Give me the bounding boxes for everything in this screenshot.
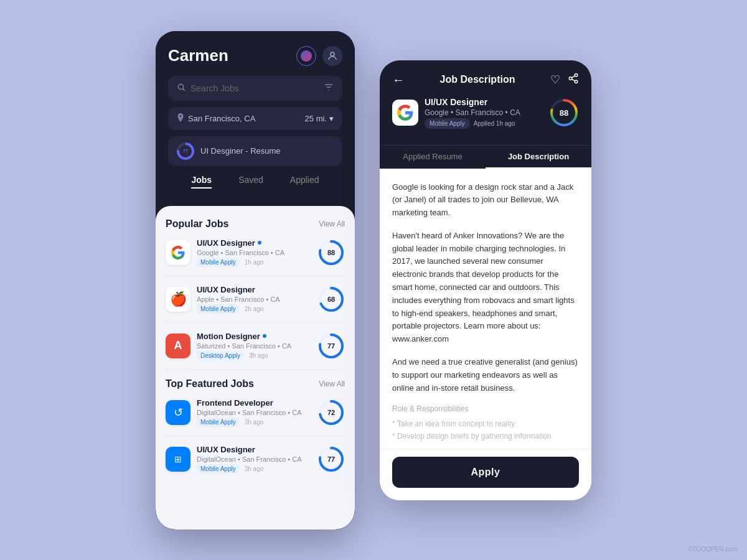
digitalocean-job-info-1: Frontend Developer DigitalOcean • San Fr… <box>197 398 311 427</box>
job-card-digitalocean-2[interactable]: ⊞ UI/UX Designer DigitalOcean • San Fran… <box>166 445 345 482</box>
heart-icon[interactable]: ♡ <box>550 73 560 87</box>
popular-jobs-title: Popular Jobs <box>166 218 228 230</box>
tab-jobs[interactable]: Jobs <box>191 175 212 189</box>
score-circle-77b: 77 <box>317 446 345 473</box>
animated-icon-button[interactable] <box>296 46 316 66</box>
left-phone: Carmen <box>156 31 355 530</box>
chevron-down-icon: ▾ <box>329 114 334 123</box>
score-value-77b: 77 <box>327 455 335 463</box>
score-value-88: 88 <box>327 249 335 256</box>
location-text: San Francisco, CA <box>188 114 255 123</box>
watermark: ©TOOOPEN.com <box>688 546 737 553</box>
tab-job-description[interactable]: Job Description <box>486 146 591 169</box>
score-circle-88: 88 <box>317 239 345 266</box>
location-pin-icon <box>177 113 184 124</box>
location-row[interactable]: San Francisco, CA 25 mi. ▾ <box>168 107 342 130</box>
featured-jobs-header: Top Featured Jobs View All <box>166 378 345 390</box>
share-icon[interactable] <box>568 73 579 87</box>
header-icons <box>296 46 342 66</box>
role-section-label: Role & Responsibilities <box>392 404 579 413</box>
apply-type-badge: Mobile Apply <box>425 118 470 129</box>
job-card-google[interactable]: UI/UX Designer Google • San Francisco • … <box>166 238 345 276</box>
google-job-info: UI/UX Designer Google • San Francisco • … <box>197 238 311 267</box>
bullet-2: * Develop design briefs by gathering inf… <box>392 431 579 442</box>
overview-job-title: UI/UX Designer <box>425 97 543 107</box>
apple-logo: 🍎 <box>166 287 190 312</box>
jobs-list-body: Popular Jobs View All <box>156 206 355 530</box>
location-left: San Francisco, CA <box>177 113 255 124</box>
desc-para-1: Google is looking for a design rock star… <box>392 181 579 220</box>
score-value-77a: 77 <box>327 342 335 350</box>
profile-icon-button[interactable] <box>322 46 342 66</box>
resume-row[interactable]: 77 UI Desginer - Resume <box>168 136 342 166</box>
svg-line-20 <box>571 75 575 77</box>
bullet-1: * Take an idea from concept to reality <box>392 418 579 430</box>
saturized-logo: A <box>166 334 190 358</box>
score-value-68: 68 <box>327 296 335 303</box>
svg-point-17 <box>569 77 572 80</box>
filter-icon[interactable] <box>324 82 334 95</box>
job-overview-info: UI/UX Designer Google • San Francisco • … <box>425 97 543 129</box>
right-phone: ← Job Description ♡ <box>380 60 591 500</box>
tab-applied-resume[interactable]: Applied Resume <box>380 146 486 169</box>
tabs-row: Jobs Saved Applied <box>168 175 342 196</box>
desc-para-2: Haven't heard of Anker Innovations? We a… <box>392 230 579 346</box>
score-circle-68: 68 <box>317 286 345 313</box>
apply-button[interactable]: Apply <box>392 457 579 488</box>
apple-job-info: UI/UX Designer Apple • San Francisco • C… <box>197 285 311 314</box>
svg-line-19 <box>571 79 575 81</box>
overview-score-circle: 88 <box>549 98 579 128</box>
digitalocean-job-info-2: UI/UX Designer DigitalOcean • San Franci… <box>197 445 311 474</box>
job-description-body: Google is looking for a design rock star… <box>380 169 591 449</box>
google-logo-right <box>392 100 418 126</box>
resume-label: UI Desginer - Resume <box>200 146 281 156</box>
search-icon <box>177 83 186 94</box>
score-circle-77a: 77 <box>317 332 345 360</box>
desc-para-3: And we need a true creative generalist (… <box>392 356 579 394</box>
overview-company: Google • San Francisco • CA <box>425 108 543 117</box>
svg-point-18 <box>575 80 578 83</box>
search-placeholder: Search Jobs <box>190 83 319 93</box>
right-action-icons: ♡ <box>550 73 579 87</box>
overview-score-value: 88 <box>560 108 568 118</box>
view-all-popular[interactable]: View All <box>319 220 345 228</box>
resume-score-inner: 77 <box>179 145 192 157</box>
tab-saved[interactable]: Saved <box>238 175 263 189</box>
user-icon <box>327 50 338 62</box>
left-header: Carmen <box>156 31 355 206</box>
animated-dot <box>301 50 312 62</box>
distance-badge[interactable]: 25 mi. ▾ <box>305 114 334 123</box>
right-tabs: Applied Resume Job Description <box>380 145 591 169</box>
saturized-job-info: Motion Designer Saturized • San Francisc… <box>197 332 311 360</box>
back-button[interactable]: ← <box>392 73 405 87</box>
digitalocean-logo-1: ↺ <box>166 400 190 425</box>
digitalocean-logo-2: ⊞ <box>166 447 190 472</box>
apply-button-container: Apply <box>380 449 591 500</box>
popular-jobs-header: Popular Jobs View All <box>166 218 345 230</box>
job-overview: UI/UX Designer Google • San Francisco • … <box>392 97 579 129</box>
app-title: Carmen <box>168 46 228 65</box>
score-value-72: 72 <box>327 409 335 416</box>
right-header-title: Job Description <box>440 74 515 85</box>
svg-point-1 <box>178 84 183 89</box>
score-circle-72: 72 <box>317 399 345 426</box>
applied-time: Applied 1h ago <box>474 120 515 127</box>
google-logo <box>166 240 190 265</box>
job-card-apple[interactable]: 🍎 UI/UX Designer Apple • San Francisco •… <box>166 285 345 323</box>
svg-point-16 <box>575 73 578 77</box>
tab-applied[interactable]: Applied <box>290 175 319 189</box>
view-all-featured[interactable]: View All <box>319 380 345 388</box>
right-phone-header: ← Job Description ♡ <box>380 60 591 145</box>
featured-jobs-title: Top Featured Jobs <box>166 378 254 390</box>
new-dot-indicator <box>258 241 261 245</box>
svg-line-2 <box>183 88 185 90</box>
motion-dot-indicator <box>263 334 266 338</box>
right-nav-row: ← Job Description ♡ <box>392 73 579 87</box>
svg-point-0 <box>331 52 334 56</box>
job-card-saturized[interactable]: A Motion Designer Saturized • San Franci… <box>166 332 345 370</box>
resume-score-circle: 77 <box>177 142 194 160</box>
search-bar[interactable]: Search Jobs <box>168 76 342 101</box>
job-card-digitalocean-1[interactable]: ↺ Frontend Developer DigitalOcean • San … <box>166 398 345 436</box>
